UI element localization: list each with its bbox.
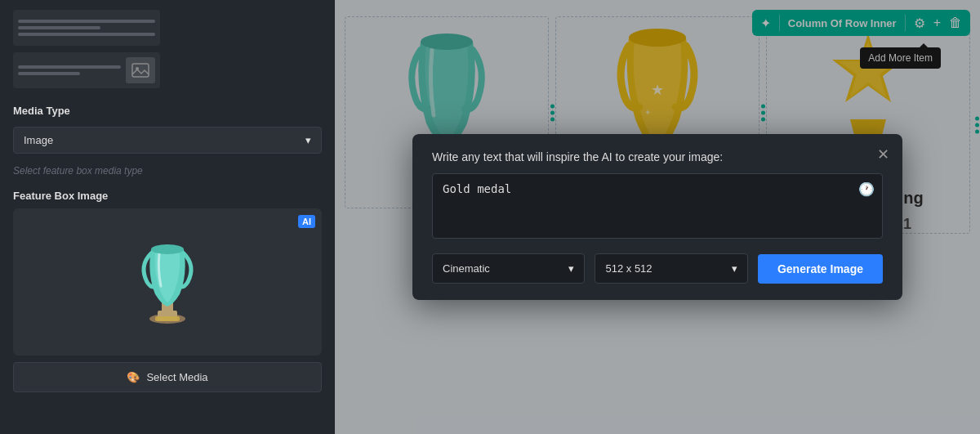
style-select[interactable]: Cinematic ▾ <box>432 253 585 284</box>
ai-modal: Write any text that will inspire the AI … <box>412 134 902 300</box>
ai-badge: AI <box>298 215 315 228</box>
select-media-button[interactable]: 🎨 Select Media <box>13 362 322 392</box>
svg-point-6 <box>151 244 184 254</box>
thumb-2[interactable] <box>13 52 160 88</box>
thumb-line <box>18 20 155 23</box>
left-panel: Media Type Image ▾ Select feature box me… <box>0 0 335 434</box>
history-icon: 🕐 <box>858 181 875 197</box>
thumb-line <box>18 33 155 36</box>
feature-box-label: Feature Box Image <box>13 190 322 202</box>
generate-image-button[interactable]: Generate Image <box>758 254 883 284</box>
canvas-inner: ✦ Column Of Row Inner ⚙ + 🗑 Add More Ite… <box>335 0 980 434</box>
select-media-icon: 🎨 <box>127 371 140 383</box>
thumb-line <box>18 65 121 69</box>
template-thumbs <box>13 10 322 88</box>
canvas-area: ✦ Column Of Row Inner ⚙ + 🗑 Add More Ite… <box>335 0 980 434</box>
thumb-line-short <box>18 72 80 75</box>
prompt-textarea[interactable]: Gold medal <box>432 173 883 239</box>
modal-header: Write any text that will inspire the AI … <box>432 150 883 163</box>
media-type-label: Media Type <box>13 105 322 117</box>
style-value: Cinematic <box>443 262 490 275</box>
select-media-label: Select Media <box>146 371 207 383</box>
svg-rect-0 <box>132 64 149 77</box>
thumb-line-short <box>18 26 100 29</box>
chevron-down-icon: ▾ <box>568 262 574 275</box>
image-preview-area: AI <box>13 208 322 356</box>
chevron-down-icon: ▾ <box>305 134 311 146</box>
trophy-preview-image <box>131 225 204 339</box>
chevron-down-icon-2: ▾ <box>732 262 737 275</box>
feature-box-section: Feature Box Image AI <box>13 186 322 392</box>
modal-controls: Cinematic ▾ 512 x 512 ▾ Generate Image <box>432 253 883 284</box>
svg-rect-5 <box>155 316 180 321</box>
modal-close-button[interactable]: ✕ <box>877 145 889 163</box>
size-value: 512 x 512 <box>605 262 652 275</box>
media-type-hint: Select feature box media type <box>13 165 322 177</box>
media-type-dropdown[interactable]: Image ▾ <box>13 127 322 154</box>
modal-textarea-wrapper: Gold medal 🕐 <box>432 173 883 242</box>
thumb-1[interactable] <box>13 10 160 46</box>
ai-modal-overlay: Write any text that will inspire the AI … <box>335 0 980 434</box>
media-type-value: Image <box>24 134 53 146</box>
thumb-image-box <box>126 57 155 83</box>
size-select[interactable]: 512 x 512 ▾ <box>595 253 747 284</box>
